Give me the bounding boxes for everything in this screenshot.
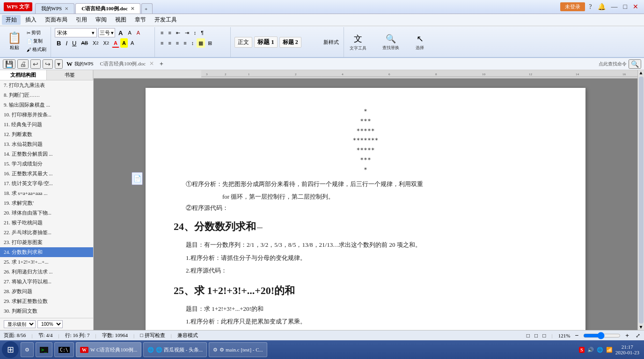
bold-button[interactable]: B [55, 38, 63, 48]
login-button[interactable]: 未登录 [560, 2, 585, 11]
sidebar-item-29[interactable]: 29. 求解正整数位数 [0, 296, 93, 306]
font-size-combo[interactable]: 三号▾ [98, 28, 115, 37]
format-paint-button[interactable]: 🖌 格式刷 [25, 46, 48, 53]
scroll-down-button[interactable]: ▼ [638, 324, 644, 330]
zoom-in-button[interactable]: + [625, 332, 629, 339]
level-select[interactable]: 显示级别 [4, 320, 36, 328]
align-right-button[interactable]: ≡ [174, 38, 181, 48]
font-color-button[interactable]: A [112, 38, 119, 48]
view-layout-button[interactable]: □ [534, 332, 538, 339]
sidebar-item-14[interactable]: 14. 正整数分解质因 ... [0, 149, 93, 159]
view-normal-button[interactable]: □ [527, 332, 530, 339]
paste-button[interactable]: 📋 粘贴 [5, 28, 24, 54]
font-clear-button[interactable]: A [129, 38, 136, 48]
sidebar-tab-bookmarks[interactable]: 书签 [47, 70, 94, 80]
sidebar-item-30[interactable]: 30. 判断回文数 [0, 306, 93, 316]
italic-button[interactable]: I [64, 38, 69, 48]
menu-view[interactable]: 视图 [111, 15, 130, 25]
start-button[interactable]: ⊞ [2, 341, 19, 358]
zoom-slider[interactable] [583, 332, 621, 339]
align-center-button[interactable]: ≡ [166, 38, 173, 48]
tray-speaker-icon[interactable]: 🔊 [587, 347, 594, 353]
copy-button[interactable]: 📄 复制 [25, 37, 48, 45]
show-para-button[interactable]: ¶ [199, 28, 205, 37]
font-name-combo[interactable]: 宋体▾ [55, 28, 97, 37]
sort-button[interactable]: ↕ [192, 28, 198, 37]
print-button[interactable]: 🖨 [17, 59, 29, 69]
sidebar-item-25[interactable]: 25. 求 1+2!+3!+...+... [0, 257, 93, 267]
qa-more-button[interactable]: ▾ [55, 59, 63, 69]
add-tab-icon[interactable]: + [160, 60, 163, 68]
scroll-up-button[interactable]: ▲ [638, 70, 644, 76]
menu-insert[interactable]: 插入 [22, 15, 40, 25]
sidebar-item-18[interactable]: 18. 求 s=a+aa+aaa ... [0, 188, 93, 198]
doc-bookmark-icon[interactable]: 📄 [132, 172, 143, 185]
tray-wifi-icon[interactable]: 📶 [606, 347, 613, 353]
superscript-button[interactable]: X2 [91, 38, 100, 48]
taskbar-ide[interactable]: ⚙ ⚙ main.c [test] - C... [209, 342, 267, 357]
notification-icon[interactable]: 🔔 [596, 3, 607, 11]
sidebar-item-10[interactable]: 10. 打印梯形并按条... [0, 110, 93, 120]
close-button[interactable]: ✕ [631, 3, 640, 11]
sidebar-item-27[interactable]: 27. 将输入字符以相... [0, 277, 93, 287]
view-full-button[interactable]: □ [542, 332, 546, 339]
justify-button[interactable]: ≡ [182, 38, 188, 48]
list-ordered-button[interactable]: ≡ [166, 28, 173, 37]
shading-button[interactable]: ▦ [197, 38, 205, 48]
sidebar-item-22[interactable]: 22. 乒乓球比赛抽签... [0, 228, 93, 237]
wps-logo-button[interactable]: WPS 文字 [4, 2, 32, 11]
menu-review[interactable]: 审阅 [92, 15, 110, 25]
text-highlight-button[interactable]: A [120, 38, 128, 48]
new-style-button[interactable]: 新样式 [322, 37, 341, 47]
minimize-button[interactable]: — [609, 3, 620, 11]
sidebar-item-12[interactable]: 12. 判断素数 [0, 129, 93, 139]
taskbar-settings[interactable]: ⚙ [21, 342, 34, 357]
redo-button[interactable]: ↪ [43, 59, 53, 69]
spell-check[interactable]: □ 拼写检查 [140, 332, 165, 339]
style-normal[interactable]: 正文 [234, 37, 252, 48]
underline-button[interactable]: U [70, 38, 78, 48]
increase-font-button[interactable]: A [117, 28, 124, 37]
sidebar-item-19[interactable]: 19. 求解'完数' [0, 198, 93, 208]
search-command-button[interactable]: 🔍 [629, 59, 641, 69]
sidebar-item-8[interactable]: 8. 判断门匠…… [0, 90, 93, 100]
subscript-button[interactable]: X2 [102, 38, 111, 48]
list-unordered-button[interactable]: ≡ [159, 28, 165, 37]
menu-references[interactable]: 引用 [72, 15, 91, 25]
decrease-font-button[interactable]: A [126, 28, 133, 37]
sidebar-item-21[interactable]: 21. 猴子吃桃问题 [0, 218, 93, 228]
sidebar-item-9[interactable]: 9. 输出国际象棋盘 ... [0, 100, 93, 110]
sidebar-item-16[interactable]: 16. 正整数求其最大 ... [0, 169, 93, 179]
taskbar-wps[interactable]: W W C语言经典100例... [76, 342, 141, 357]
right-scrollbar[interactable]: ▲ ▼ [637, 70, 644, 330]
my-wps-tab[interactable]: 我的WPS [74, 61, 94, 67]
help-button[interactable]: ? [587, 3, 593, 11]
menu-developer[interactable]: 开发工具 [151, 15, 181, 25]
zoom-sidebar-select[interactable]: 100% [37, 320, 63, 328]
indent-button[interactable]: ⇥ [183, 28, 191, 37]
close-doc-icon[interactable]: ✕ [131, 6, 134, 11]
maximize-button[interactable]: □ [622, 3, 629, 11]
tray-app-icon[interactable]: S [579, 347, 585, 353]
menu-page-layout[interactable]: 页面布局 [41, 15, 71, 25]
strikethrough-button[interactable]: AB [79, 38, 90, 48]
outdent-button[interactable]: ⇤ [174, 28, 182, 37]
scroll-thumb[interactable] [639, 77, 644, 323]
sidebar-item-24[interactable]: 24. 分数数列求和 [0, 247, 93, 257]
sidebar-item-13[interactable]: 13. 水仙花数问题 [0, 139, 93, 149]
line-spacing-button[interactable]: ↕ [190, 38, 196, 48]
cut-button[interactable]: ✂ 剪切 [25, 29, 48, 36]
border-button[interactable]: ⊞ [206, 38, 214, 48]
active-tab-label[interactable]: C语言经典100例.doc [100, 60, 146, 67]
save-button[interactable]: 💾 [3, 59, 15, 69]
sidebar-item-23[interactable]: 23. 打印菱形图案 [0, 237, 93, 247]
expand-button[interactable]: ⤢ [636, 332, 640, 339]
menu-chapter[interactable]: 章节 [131, 15, 150, 25]
taskbar-terminal[interactable]: >_ [36, 342, 52, 357]
style-heading1[interactable]: 标题 1 [254, 36, 278, 48]
style-heading2[interactable]: 标题 2 [279, 37, 301, 48]
sidebar-tab-structure[interactable]: 文档结构图 [0, 70, 47, 80]
new-tab-button[interactable]: + [141, 3, 153, 14]
select-button[interactable]: ↖ 选择 [413, 29, 426, 55]
tab-my-wps[interactable]: 我的WPS ✕ [35, 3, 75, 14]
